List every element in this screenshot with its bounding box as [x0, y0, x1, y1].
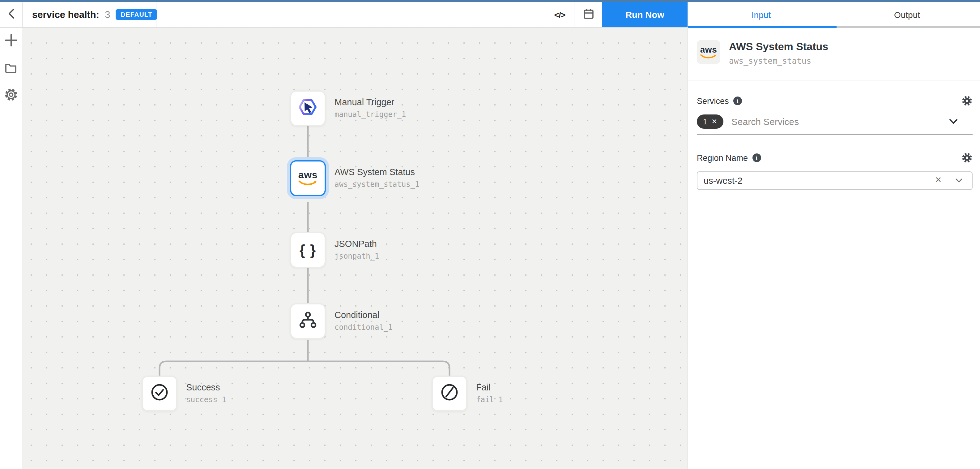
panel-title: AWS System Status [729, 41, 828, 53]
chevron-down-icon[interactable] [955, 178, 963, 183]
workflow-title-block: service health: 3 DEFAULT [23, 2, 156, 27]
node-manual-trigger[interactable] [290, 90, 326, 126]
prohibited-icon [439, 382, 460, 405]
schedule-button[interactable] [574, 2, 602, 27]
panel-tabs: Input Output [687, 2, 980, 27]
branch-icon [298, 309, 318, 333]
clear-icon[interactable]: ✕ [935, 176, 942, 184]
services-label-row: Services i [697, 95, 972, 107]
services-label: Services [697, 96, 729, 105]
tab-output[interactable]: Output [834, 2, 980, 27]
workflow-canvas[interactable]: Manual Trigger manual_trigger_1 aws AWS … [22, 28, 687, 469]
node-title: Success [186, 382, 226, 392]
node-jsonpath[interactable]: { } [290, 232, 326, 268]
node-label-manual-trigger: Manual Trigger manual_trigger_1 [334, 97, 406, 119]
header-bar: service health: 3 DEFAULT </> Run Now In… [0, 2, 980, 28]
header-spacer [156, 2, 545, 27]
workflow-version: 3 [105, 9, 110, 20]
services-settings-gear-icon[interactable] [961, 95, 972, 107]
run-now-button[interactable]: Run Now [602, 2, 687, 27]
aws-logo-icon: aws [298, 170, 318, 186]
region-label-row: Region Name i [697, 152, 972, 163]
node-id: fail_1 [476, 396, 503, 404]
chip-count: 1 [703, 117, 707, 126]
panel-header: aws AWS System Status aws_system_status [688, 28, 980, 65]
node-title: Fail [476, 382, 503, 392]
main-area: Manual Trigger manual_trigger_1 aws AWS … [0, 28, 980, 469]
workflow-title: service health: [32, 9, 99, 20]
node-title: AWS System Status [334, 167, 420, 177]
calendar-icon [582, 7, 595, 22]
node-label-jsonpath: JSONPath jsonpath_1 [334, 239, 379, 260]
node-label-fail: Fail fail_1 [476, 382, 503, 404]
node-title: Conditional [334, 310, 393, 320]
chevron-left-icon [7, 7, 16, 22]
canvas-toolbar [0, 28, 22, 469]
check-circle-icon [149, 382, 170, 405]
code-view-button[interactable]: </> [545, 2, 574, 27]
input-form: Services i 1 ✕ Search S [688, 95, 980, 190]
json-braces-icon: { } [299, 242, 317, 258]
node-id: conditional_1 [334, 323, 393, 332]
region-settings-gear-icon[interactable] [961, 152, 972, 163]
node-success[interactable] [142, 376, 177, 412]
node-title: Manual Trigger [334, 97, 406, 107]
node-aws-system-status[interactable]: aws [290, 160, 326, 196]
manual-trigger-icon [296, 95, 320, 121]
back-button[interactable] [0, 2, 23, 27]
services-selected-chip[interactable]: 1 ✕ [697, 115, 724, 129]
add-node-button[interactable] [0, 30, 22, 53]
node-id: success_1 [186, 396, 226, 404]
info-icon[interactable]: i [752, 153, 761, 162]
plus-icon [4, 34, 18, 49]
region-input[interactable] [697, 171, 972, 190]
app-window: service health: 3 DEFAULT </> Run Now In… [0, 0, 980, 469]
chevron-down-icon[interactable] [949, 119, 958, 124]
region-label: Region Name [697, 153, 748, 163]
node-id: aws_system_status_1 [334, 180, 420, 189]
panel-subtitle: aws_system_status [729, 56, 828, 65]
files-button[interactable] [0, 57, 22, 80]
default-badge: DEFAULT [116, 10, 157, 20]
chip-remove-icon[interactable]: ✕ [711, 118, 717, 125]
node-label-conditional: Conditional conditional_1 [334, 310, 393, 332]
services-multiselect[interactable]: 1 ✕ Search Services [697, 115, 972, 135]
node-fail[interactable] [431, 376, 468, 412]
tab-input[interactable]: Input [688, 2, 834, 27]
node-id: manual_trigger_1 [334, 110, 406, 119]
services-search-placeholder: Search Services [732, 116, 799, 127]
panel-divider [688, 80, 980, 80]
region-combobox: ✕ [697, 171, 972, 190]
settings-button[interactable] [0, 85, 22, 107]
node-id: jsonpath_1 [334, 252, 379, 260]
node-conditional[interactable] [290, 303, 326, 339]
folder-icon [4, 62, 18, 76]
aws-app-icon: aws [697, 40, 720, 64]
code-icon: </> [554, 10, 565, 19]
node-label-success: Success success_1 [186, 382, 226, 404]
gear-icon [4, 88, 18, 104]
info-icon[interactable]: i [733, 97, 742, 105]
node-label-aws-system-status: AWS System Status aws_system_status_1 [334, 167, 420, 189]
node-config-panel: aws AWS System Status aws_system_status [687, 28, 980, 469]
node-title: JSONPath [334, 239, 379, 249]
